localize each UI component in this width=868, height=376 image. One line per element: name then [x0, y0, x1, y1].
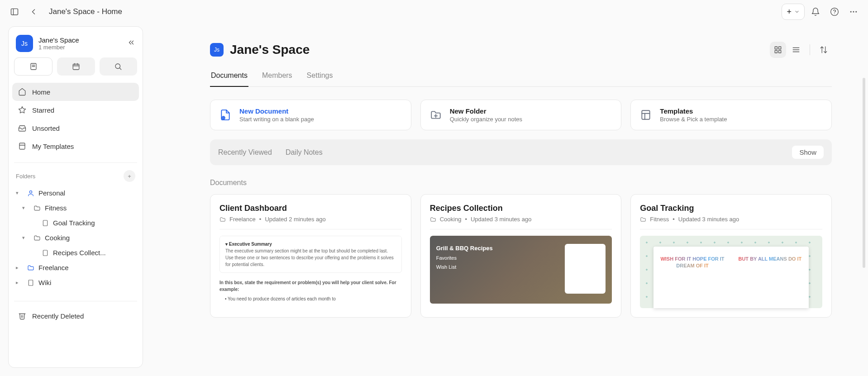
- notes-view-button[interactable]: [14, 57, 52, 76]
- action-subtitle: Start writing on a blank page: [239, 116, 314, 123]
- svg-marker-16: [19, 107, 26, 113]
- folder-label: Freelance: [38, 264, 69, 271]
- doc-recipes[interactable]: Recipes Collect...: [12, 245, 139, 260]
- doc-folder: Fitness: [650, 216, 669, 223]
- space-header: Js Jane's Space: [210, 42, 832, 58]
- tab-settings[interactable]: Settings: [306, 71, 334, 87]
- chevron-down-icon: [794, 9, 800, 14]
- workspace-subtitle: 1 member: [38, 44, 79, 51]
- new-button[interactable]: +: [782, 4, 805, 20]
- tab-documents[interactable]: Documents: [210, 71, 248, 87]
- calendar-view-button[interactable]: [57, 57, 95, 76]
- bbq-fav: Favorites: [436, 255, 493, 261]
- topbar-right: +: [782, 4, 862, 20]
- folder-cooking[interactable]: ▾ Cooking: [12, 230, 139, 245]
- new-folder-icon: [429, 108, 443, 122]
- chevron-down-icon: ▾: [22, 235, 29, 241]
- doc-preview: WISH FOR IT HOPE FOR IT DREAM OF IT BUT …: [640, 236, 822, 317]
- sidebar-item-templates[interactable]: My Templates: [12, 137, 139, 155]
- collapse-sidebar-button[interactable]: [127, 38, 135, 48]
- help-button[interactable]: [826, 4, 843, 20]
- sidebar-item-starred[interactable]: Starred: [12, 101, 139, 119]
- back-button[interactable]: [25, 4, 42, 20]
- svg-rect-24: [779, 47, 781, 49]
- person-icon: [27, 190, 35, 197]
- folder-wiki[interactable]: ▸ Wiki: [12, 275, 139, 290]
- doc-updated: Updated 3 minutes ago: [678, 216, 739, 223]
- home-icon: [18, 87, 27, 96]
- doc-folder: Cooking: [440, 216, 462, 223]
- svg-point-6: [856, 11, 857, 12]
- action-text: New Document Start writing on a blank pa…: [239, 107, 314, 123]
- tabs: Documents Members Settings: [210, 71, 832, 87]
- new-folder-card[interactable]: New Folder Quickly organize your notes: [420, 100, 622, 130]
- bbq-title: Grill & BBQ Recipes: [436, 245, 493, 252]
- document-icon: [41, 249, 49, 257]
- sidebar-toggle-icon[interactable]: [6, 4, 23, 20]
- workspace-header[interactable]: Js Jane's Space 1 member: [9, 27, 143, 57]
- workspace-info: Jane's Space 1 member: [38, 36, 79, 51]
- folders-heading: Folders: [16, 173, 35, 180]
- grid-view-button[interactable]: [770, 42, 786, 58]
- space-title: Jane's Space: [230, 43, 310, 57]
- templates-icon: [639, 108, 653, 122]
- doc-meta: Fitness • Updated 3 minutes ago: [640, 216, 822, 229]
- book-left-page: WISH FOR IT HOPE FOR IT DREAM OF IT: [653, 247, 731, 308]
- bbq-wish: Wish List: [436, 264, 493, 270]
- add-folder-button[interactable]: +: [124, 170, 135, 182]
- page-title: Jane's Space - Home: [49, 7, 122, 16]
- chevron-right-icon: ▸: [16, 265, 23, 271]
- tab-members[interactable]: Members: [261, 71, 293, 87]
- doc-card-recipes[interactable]: Recipes Collection Cooking • Updated 3 m…: [420, 194, 622, 318]
- new-document-card[interactable]: New Document Start writing on a blank pa…: [210, 100, 411, 130]
- templates-card[interactable]: Templates Browse & Pick a template: [630, 100, 832, 130]
- action-title: New Folder: [450, 107, 522, 115]
- action-row: New Document Start writing on a blank pa…: [210, 100, 832, 130]
- folder-icon: [33, 234, 41, 242]
- folder-icon: [219, 216, 226, 223]
- action-text: New Folder Quickly organize your notes: [450, 107, 522, 123]
- doc-updated: Updated 3 minutes ago: [471, 216, 531, 223]
- sidebar-item-recently-deleted[interactable]: Recently Deleted: [12, 307, 139, 325]
- plus-icon: +: [787, 7, 792, 17]
- sidebar-item-label: Home: [32, 88, 50, 96]
- sidebar-item-label: My Templates: [32, 143, 74, 150]
- folder-label: Personal: [38, 189, 65, 197]
- more-button[interactable]: [845, 4, 862, 20]
- sort-button[interactable]: [816, 42, 832, 58]
- sidebar: Js Jane's Space 1 member: [0, 24, 151, 376]
- preview-bullet: You need to produce dozens of articles e…: [228, 296, 336, 301]
- chevron-down-icon: ▾: [16, 190, 23, 196]
- sidebar-item-unsorted[interactable]: Unsorted: [12, 119, 139, 137]
- folder-icon: [430, 216, 436, 223]
- divider: [14, 162, 137, 163]
- trash-icon: [18, 311, 27, 320]
- list-view-button[interactable]: [788, 42, 804, 58]
- star-icon: [18, 105, 27, 114]
- show-button[interactable]: Show: [792, 146, 824, 159]
- notifications-button[interactable]: [807, 4, 824, 20]
- folder-personal[interactable]: ▾ Personal: [12, 186, 139, 200]
- search-button[interactable]: [100, 57, 137, 76]
- dot: •: [672, 216, 675, 223]
- doc-card-client-dashboard[interactable]: Client Dashboard Freelance • Updated 2 m…: [210, 194, 411, 318]
- sidebar-item-home[interactable]: Home: [12, 83, 139, 101]
- sidebar-card: Js Jane's Space 1 member: [8, 26, 143, 368]
- folder-fitness[interactable]: ▾ Fitness: [12, 200, 139, 215]
- nav-list: Home Starred Unsorted My Templates: [9, 81, 143, 157]
- sidebar-item-label: Unsorted: [32, 124, 60, 132]
- svg-rect-22: [29, 280, 33, 286]
- scrollbar[interactable]: [862, 24, 866, 376]
- book-right-page: BUT BY ALL MEANS DO IT: [731, 247, 809, 308]
- doc-goal-tracking[interactable]: Goal Tracking: [12, 215, 139, 230]
- action-text: Templates Browse & Pick a template: [660, 107, 727, 123]
- folder-freelance[interactable]: ▸ Freelance: [12, 260, 139, 275]
- svg-rect-21: [43, 250, 47, 256]
- folder-tree: ▾ Personal ▾ Fitness Goal Tracking ▾: [9, 186, 143, 295]
- doc-card-goal-tracking[interactable]: Goal Tracking Fitness • Updated 3 minute…: [630, 194, 832, 318]
- svg-point-5: [853, 11, 854, 12]
- folder-label: Wiki: [38, 279, 51, 286]
- dot: •: [465, 216, 467, 223]
- doc-preview: ▾ Executive Summary The executive summar…: [219, 236, 402, 317]
- folder-icon: [33, 205, 41, 212]
